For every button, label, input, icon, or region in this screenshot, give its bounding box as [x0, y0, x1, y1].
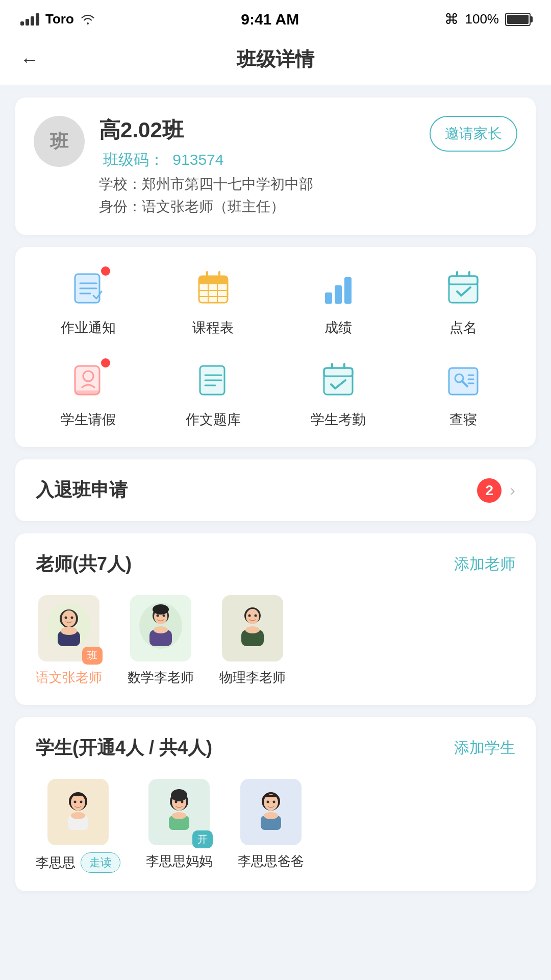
function-schedule[interactable]: 课程表	[151, 265, 276, 337]
student-avatar-3	[240, 779, 302, 845]
homework-badge	[101, 266, 110, 276]
student-tag-1: 走读	[81, 852, 120, 873]
svg-point-78	[267, 801, 269, 803]
svg-point-53	[246, 609, 259, 624]
svg-rect-13	[335, 285, 342, 304]
attendance-icon	[440, 265, 486, 311]
svg-point-42	[71, 617, 73, 619]
function-dormitory[interactable]: 查寝	[400, 357, 525, 429]
function-schedule-label: 课程表	[192, 318, 234, 337]
student-name-3: 李思思爸爸	[238, 852, 304, 870]
student-avatar-1	[47, 779, 109, 845]
students-header: 学生(开通4人 / 共4人) 添加学生	[36, 736, 515, 761]
status-time: 9:41 AM	[241, 11, 299, 28]
teacher-avatar-2	[130, 595, 191, 662]
add-teacher-button[interactable]: 添加老师	[454, 554, 515, 575]
student-item-1[interactable]: 李思思 走读	[36, 779, 120, 873]
teacher-item-2[interactable]: 数学李老师	[128, 595, 194, 687]
students-section: 学生(开通4人 / 共4人) 添加学生	[15, 717, 536, 891]
svg-point-64	[80, 801, 83, 803]
svg-point-69	[172, 812, 186, 819]
class-code: 班级码： 913574	[99, 150, 415, 170]
teachers-header: 老师(共7人) 添加老师	[36, 552, 515, 577]
student-badge-2: 开	[192, 830, 213, 848]
svg-rect-14	[344, 277, 352, 304]
leave-badge	[101, 358, 110, 368]
svg-point-57	[255, 615, 257, 617]
teachers-section: 老师(共7人) 添加老师	[15, 533, 536, 705]
svg-rect-26	[324, 368, 353, 395]
students-title: 学生(开通4人 / 共4人)	[36, 736, 212, 761]
svg-point-62	[71, 812, 85, 819]
function-dormitory-label: 查寝	[449, 410, 477, 429]
svg-point-48	[157, 615, 159, 617]
svg-point-50	[153, 604, 169, 615]
main-content: 班 高2.02班 班级码： 913574 学校：郑州市第四十七中学初中部 身份：…	[0, 85, 551, 903]
schedule-icon	[190, 265, 236, 311]
function-grade-label: 成绩	[324, 318, 352, 337]
enrollment-right: 2 ›	[477, 478, 515, 503]
class-details: 高2.02班 班级码： 913574 学校：郑州市第四十七中学初中部 身份：语文…	[99, 116, 415, 216]
teacher-badge-1: 班	[82, 647, 103, 665]
svg-rect-5	[199, 276, 228, 284]
function-essay-label: 作文题库	[186, 410, 241, 429]
teacher-name-3: 物理李老师	[219, 669, 286, 687]
add-student-button[interactable]: 添加学生	[454, 738, 515, 758]
svg-point-60	[71, 794, 85, 811]
svg-rect-12	[325, 292, 332, 304]
wifi-icon	[80, 13, 95, 26]
checkin-icon	[315, 357, 361, 403]
svg-point-72	[171, 789, 187, 801]
student-item-3[interactable]: 李思思爸爸	[238, 779, 304, 870]
class-school: 学校：郑州市第四十七中学初中部	[99, 175, 415, 194]
svg-point-56	[248, 615, 251, 617]
chevron-right-icon: ›	[510, 481, 515, 500]
teacher-avatar-wrap-1: 班	[38, 595, 99, 662]
svg-point-49	[163, 615, 165, 617]
class-avatar: 班	[34, 116, 85, 167]
svg-point-63	[74, 801, 77, 803]
teachers-title: 老师(共7人)	[36, 552, 132, 577]
student-item-2[interactable]: 开 李思思妈妈	[146, 779, 212, 870]
function-attendance[interactable]: 点名	[400, 265, 525, 337]
student-avatar-wrap-2: 开	[148, 779, 210, 845]
function-homework-label: 作业通知	[61, 318, 116, 337]
svg-point-38	[62, 610, 76, 627]
function-homework[interactable]: 作业通知	[26, 265, 151, 337]
top-nav: ← 班级详情	[0, 34, 551, 85]
svg-point-55	[245, 626, 260, 633]
student-avatar-wrap-1	[47, 779, 109, 845]
battery-icon	[505, 13, 531, 26]
bluetooth-icon: ⌘	[444, 11, 459, 28]
student-name-1: 李思思	[36, 854, 76, 872]
svg-rect-19	[75, 366, 99, 395]
teacher-avatar-3	[222, 595, 283, 662]
students-list: 李思思 走读	[36, 779, 515, 873]
teacher-name-2: 数学李老师	[128, 669, 194, 687]
function-essay[interactable]: 作文题库	[151, 357, 276, 429]
page-title: 班级详情	[237, 46, 314, 72]
teacher-item-1[interactable]: 班 语文张老师	[36, 595, 102, 687]
grade-icon	[315, 265, 361, 311]
svg-rect-21	[75, 390, 99, 395]
enrollment-badge: 2	[477, 478, 502, 503]
status-bar: Toro 9:41 AM ⌘ 100%	[0, 0, 551, 34]
class-identity: 身份：语文张老师（班主任）	[99, 197, 415, 216]
invite-parent-button[interactable]: 邀请家长	[430, 116, 517, 152]
function-leave[interactable]: 学生请假	[26, 357, 151, 429]
teacher-avatar-wrap-3	[222, 595, 283, 662]
svg-point-41	[65, 617, 67, 619]
function-attendance-label: 点名	[449, 318, 477, 337]
enrollment-section[interactable]: 入退班申请 2 ›	[15, 459, 536, 521]
battery-percent: 100%	[465, 11, 499, 27]
status-left: Toro	[20, 11, 95, 27]
svg-point-47	[154, 626, 168, 633]
functions-grid: 作业通知	[26, 265, 525, 429]
teacher-item-3[interactable]: 物理李老师	[219, 595, 286, 687]
function-grade[interactable]: 成绩	[276, 265, 400, 337]
teacher-avatar-wrap-2	[130, 595, 191, 662]
svg-point-40	[61, 627, 77, 635]
svg-rect-15	[449, 276, 478, 303]
back-button[interactable]: ←	[20, 49, 39, 70]
function-checkin[interactable]: 学生考勤	[276, 357, 400, 429]
